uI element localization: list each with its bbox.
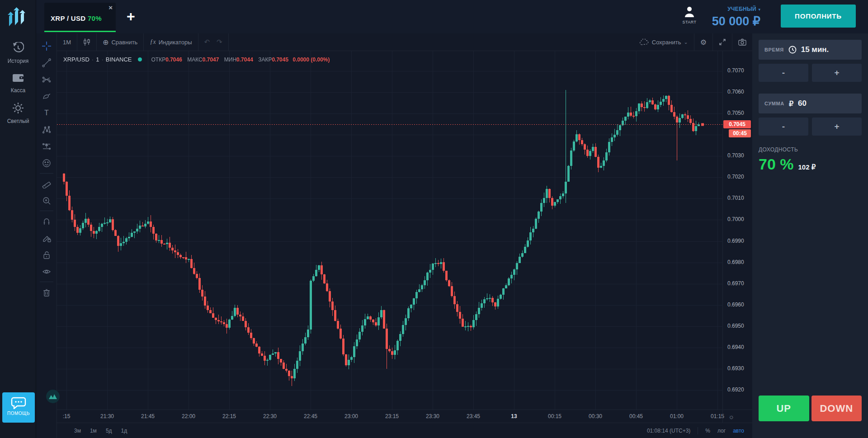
time-tick: 00:15 (542, 413, 567, 419)
amount-field[interactable]: СУММА ₽ 60 (759, 94, 862, 113)
tab-close-icon[interactable]: × (108, 4, 113, 11)
trendline-tool[interactable] (36, 54, 57, 71)
amount-plus-button[interactable]: + (812, 118, 862, 136)
redo-button[interactable]: ↷ (216, 33, 228, 51)
compare-icon: ⊕ (103, 38, 108, 47)
sidebar-item-label: Касса (11, 87, 25, 94)
gann-fib-tool[interactable] (36, 71, 57, 88)
legend-interval: 1 (96, 56, 99, 63)
current-price-tag: 0.7045 (723, 120, 751, 128)
open-value: 0.7046 (165, 57, 182, 63)
time-tick: 00:30 (583, 413, 608, 419)
indicators-button[interactable]: ƒx Индикаторы (144, 33, 198, 51)
chart-settings-button[interactable]: ⚙ (694, 33, 712, 51)
save-label: Сохранить (652, 39, 681, 46)
clock-utc[interactable]: 01:08:14 (UTC+3) (647, 428, 690, 434)
legend-separator: · (92, 56, 94, 63)
measure-tool[interactable] (36, 175, 57, 192)
help-button[interactable]: помощь (2, 392, 35, 423)
percent-scale-toggle[interactable]: % (705, 428, 710, 434)
time-field[interactable]: ВРЕМЯ 15 мин. (759, 40, 862, 60)
candlestick-chart[interactable] (57, 51, 722, 410)
compare-button[interactable]: ⊕ Сравнить (97, 33, 143, 51)
screenshot-button[interactable] (732, 33, 752, 51)
drawing-toolbar: T (36, 33, 57, 438)
sidebar-item-theme[interactable]: Светлый (0, 102, 36, 125)
price-tick: 0.7070 (723, 67, 750, 74)
price-tick: 0.6990 (723, 238, 750, 244)
up-button[interactable]: UP (759, 396, 809, 421)
chart-type-button[interactable] (77, 33, 96, 51)
auto-scale-toggle[interactable]: авто (733, 428, 744, 434)
fullscreen-button[interactable] (713, 33, 732, 51)
time-tick: :15 (54, 413, 79, 419)
emoji-tool[interactable] (36, 155, 57, 171)
amount-field-value: 60 (798, 99, 807, 108)
magnet-tool[interactable] (36, 213, 57, 230)
chart-legend[interactable]: XRP/USD · 1 · BINANCE ОТКР0.7046 МАКС0.7… (63, 56, 330, 63)
caret-down-icon: ⌄ (684, 39, 688, 45)
crosshair-icon (42, 42, 51, 51)
balance-block[interactable]: УЧЕБНЫЙ ▾ 50 000 ₽ (712, 5, 760, 28)
price-tick: 0.6950 (723, 323, 750, 329)
save-layout-button[interactable]: Сохранить ⌄ (633, 33, 694, 51)
time-minus-button[interactable]: - (759, 64, 808, 82)
start-user-button[interactable]: START (679, 5, 700, 24)
delete-all-tool[interactable] (36, 284, 57, 301)
payout-label: ДОХОДНОСТЬ (759, 146, 862, 153)
pattern-tool[interactable] (36, 121, 57, 138)
tab-xrp-usd[interactable]: × XRP / USD 70% (44, 3, 116, 32)
price-axis[interactable]: 0.7045 00:45 0.70700.70600.70500.70300.7… (722, 51, 752, 410)
tab-pair: XRP / USD (51, 14, 85, 22)
deposit-button[interactable]: ПОПОЛНИТЬ (781, 5, 856, 28)
wallet-icon (12, 72, 24, 83)
caret-down-icon: ▾ (758, 7, 760, 12)
range-5d[interactable]: 5д (106, 428, 112, 434)
toolbar-divider (40, 173, 53, 174)
time-tick: 23:45 (461, 413, 486, 419)
interval-label: 1М (63, 39, 71, 46)
instrument-watermark (46, 390, 60, 403)
clock-icon (788, 46, 797, 54)
time-tick: 22:45 (298, 413, 323, 419)
down-button[interactable]: DOWN (811, 396, 862, 421)
time-plus-button[interactable]: + (812, 64, 862, 82)
range-1m[interactable]: 1м (90, 428, 97, 434)
price-tick: 0.6960 (723, 301, 750, 308)
time-field-value: 15 мин. (801, 45, 829, 54)
text-tool[interactable]: T (36, 104, 57, 121)
crosshair-tool[interactable] (36, 38, 57, 54)
range-3m[interactable]: 3м (74, 428, 81, 434)
pencil-lock-icon (42, 234, 51, 243)
zoom-in-tool[interactable] (36, 192, 57, 209)
drawing-mode-lock-tool[interactable] (36, 230, 57, 246)
range-1d[interactable]: 1д (121, 428, 127, 434)
interval-button[interactable]: 1М (57, 33, 77, 51)
account-type[interactable]: УЧЕБНЫЙ (727, 6, 756, 12)
timezone-settings[interactable]: ☼ (722, 410, 752, 423)
tab-payout: 70% (88, 14, 102, 22)
xabcd-pattern-icon (42, 125, 51, 134)
time-stepper: - + (759, 64, 862, 82)
undo-button[interactable]: ↶ (198, 33, 216, 51)
brush-tool[interactable] (36, 88, 57, 104)
legend-exchange: BINANCE (106, 56, 132, 63)
sidebar-item-cashier[interactable]: Касса (0, 72, 36, 94)
chart-bottom-bar: 3м 1м 5д 1д 01:08:14 (UTC+3) % лог авто (57, 423, 752, 438)
timezone-sun-icon: ☼ (728, 413, 735, 420)
hide-all-tool[interactable] (36, 263, 57, 280)
sidebar-item-history[interactable]: История (0, 42, 36, 65)
help-button-label: помощь (2, 411, 35, 416)
lock-all-tool[interactable] (36, 246, 57, 263)
log-scale-toggle[interactable]: лог (717, 428, 726, 434)
price-tick: 0.7060 (723, 89, 750, 95)
forecast-tool[interactable] (36, 138, 57, 155)
amount-minus-button[interactable]: - (759, 118, 808, 136)
mountains-icon (49, 394, 57, 399)
close-label: ЗАКР (258, 57, 272, 63)
time-axis[interactable]: :1521:3021:4522:0022:1522:3022:4523:0023… (57, 410, 722, 423)
add-tab-button[interactable]: + (127, 8, 135, 25)
open-label: ОТКР (151, 57, 166, 63)
trade-panel: ВРЕМЯ 15 мин. - + СУММА ₽ 60 - + ДОХОДНО… (752, 33, 868, 438)
candlestick-type-icon (83, 38, 90, 46)
